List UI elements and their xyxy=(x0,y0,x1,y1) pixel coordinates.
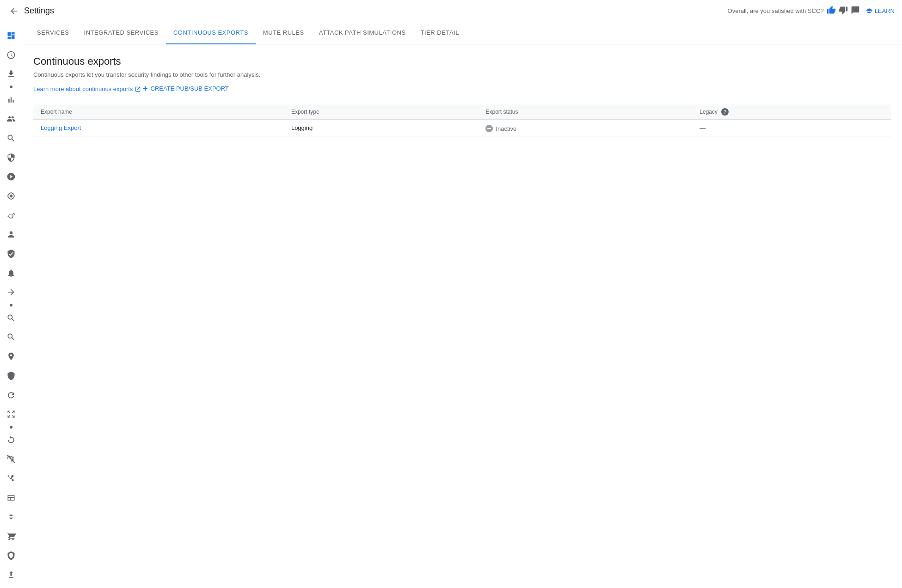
tab-continuous-exports[interactable]: CONTINUOUS EXPORTS xyxy=(166,22,256,44)
header-right: Overall, are you satisfied with SCC? LEA… xyxy=(728,6,895,16)
learn-label: LEARN xyxy=(875,7,895,14)
create-button-label: CREATE PUB/SUB EXPORT xyxy=(151,85,229,92)
learn-link-text: Learn more about continuous exports xyxy=(33,86,133,92)
col-export-type: Export type xyxy=(284,104,479,120)
create-button-icon: + xyxy=(143,84,148,93)
sidebar-icon-refresh-search[interactable] xyxy=(2,386,20,404)
sidebar-icon-expand[interactable] xyxy=(2,566,20,584)
sidebar-icon-download[interactable] xyxy=(2,65,20,83)
sidebar-icon-groups[interactable] xyxy=(2,110,20,128)
cell-export-name: Logging Export xyxy=(33,120,284,136)
sidebar-icon-sort[interactable] xyxy=(2,508,20,526)
main-layout: SERVICES INTEGRATED SERVICES CONTINUOUS … xyxy=(0,22,902,588)
sidebar-icon-export[interactable] xyxy=(2,284,20,301)
sidebar-icon-marketplace[interactable] xyxy=(2,527,20,545)
tab-attack-path-simulations[interactable]: ATTACK PATH SIMULATIONS xyxy=(312,22,413,44)
thumbs-up-icon[interactable] xyxy=(827,6,836,16)
sidebar-icon-compress[interactable] xyxy=(2,405,20,423)
tab-integrated-services[interactable]: INTEGRATED SERVICES xyxy=(77,22,166,44)
sidebar-icon-shield[interactable] xyxy=(2,149,20,166)
sidebar xyxy=(0,22,22,588)
sidebar-icon-notifications[interactable] xyxy=(2,264,20,282)
sidebar-icon-search2[interactable] xyxy=(2,329,20,346)
sidebar-icon-compliance[interactable] xyxy=(2,245,20,263)
sidebar-icon-user[interactable] xyxy=(2,226,20,244)
learn-button[interactable]: LEARN xyxy=(865,7,895,15)
sidebar-dot-2 xyxy=(10,304,12,306)
sidebar-dot-1 xyxy=(10,86,12,88)
page-title: Settings xyxy=(24,6,728,16)
sidebar-icon-integrations[interactable] xyxy=(2,207,20,224)
sidebar-icon-location[interactable] xyxy=(2,348,20,365)
legacy-help-icon[interactable]: ? xyxy=(721,108,729,116)
sidebar-icon-target[interactable] xyxy=(2,168,20,185)
col-export-status: Export status xyxy=(478,104,692,120)
content-area: SERVICES INTEGRATED SERVICES CONTINUOUS … xyxy=(22,22,902,588)
feedback-question: Overall, are you satisfied with SCC? xyxy=(728,7,824,14)
back-button[interactable] xyxy=(7,5,20,18)
sidebar-icon-certificate[interactable] xyxy=(2,547,20,564)
feedback-section: Overall, are you satisfied with SCC? xyxy=(728,6,860,16)
page-description: Continuous exports let you transfer secu… xyxy=(33,71,891,78)
table-row: Logging Export Logging Inactive — xyxy=(33,120,891,136)
sidebar-icon-scan[interactable] xyxy=(2,309,20,327)
tab-services[interactable]: SERVICES xyxy=(30,22,77,44)
tab-tier-detail[interactable]: TIER DETAIL xyxy=(413,22,466,44)
sidebar-icon-tools[interactable] xyxy=(2,470,20,487)
col-legacy: Legacy ? xyxy=(692,104,891,120)
sidebar-icon-recent[interactable] xyxy=(2,46,20,64)
sidebar-icon-search[interactable] xyxy=(2,129,20,147)
status-inactive-label: Inactive xyxy=(485,125,516,132)
cell-export-status: Inactive xyxy=(478,120,692,136)
top-header: Settings Overall, are you satisfied with… xyxy=(0,0,902,22)
sidebar-icon-refresh[interactable] xyxy=(2,431,20,449)
sidebar-icon-shield2[interactable] xyxy=(2,367,20,385)
sidebar-icon-reports[interactable] xyxy=(2,91,20,109)
col-export-name: Export name xyxy=(33,104,284,120)
tab-mute-rules[interactable]: MUTE RULES xyxy=(256,22,312,44)
sidebar-icon-dashboard[interactable] xyxy=(2,27,20,44)
sidebar-dot-3 xyxy=(10,426,12,429)
cell-legacy: — xyxy=(692,120,891,136)
table-header: Export name Export type Export status Le… xyxy=(33,104,891,120)
sidebar-icon-tableview[interactable] xyxy=(2,489,20,507)
logging-export-link[interactable]: Logging Export xyxy=(41,124,81,131)
status-dot-inactive xyxy=(485,125,493,132)
thumbs-down-icon[interactable] xyxy=(839,6,848,16)
cell-export-type: Logging xyxy=(284,120,479,136)
table-body: Logging Export Logging Inactive — xyxy=(33,120,891,136)
learn-more-link[interactable]: Learn more about continuous exports xyxy=(33,86,141,92)
comment-icon[interactable] xyxy=(851,6,860,16)
exports-table: Export name Export type Export status Le… xyxy=(33,104,891,136)
tab-bar: SERVICES INTEGRATED SERVICES CONTINUOUS … xyxy=(22,22,902,44)
sidebar-icon-sync-disabled[interactable] xyxy=(2,450,20,468)
sidebar-icon-settings[interactable] xyxy=(2,187,20,205)
continuous-exports-title: Continuous exports xyxy=(33,55,891,67)
page-content: Continuous exports Continuous exports le… xyxy=(22,44,902,588)
create-pubsub-export-button[interactable]: + CREATE PUB/SUB EXPORT xyxy=(143,80,229,97)
